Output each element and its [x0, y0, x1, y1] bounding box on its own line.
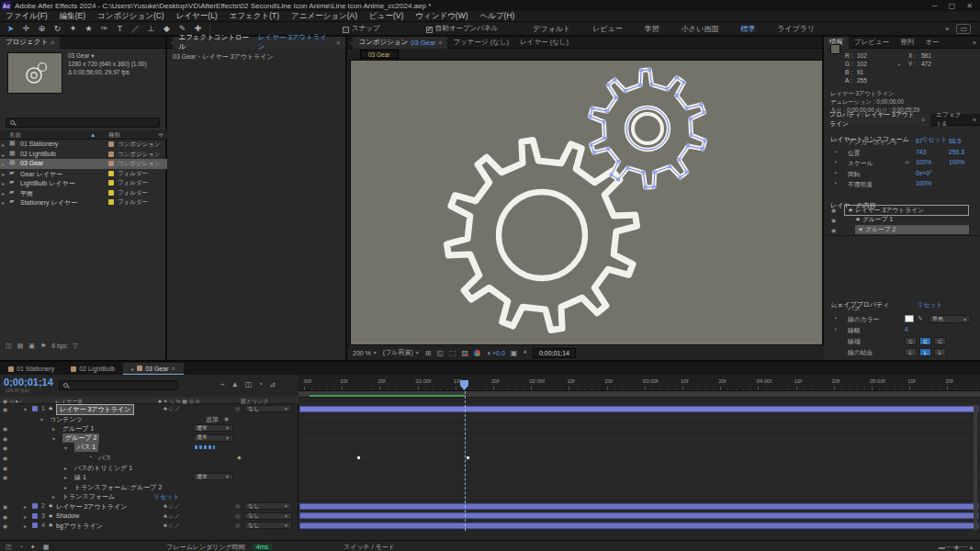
eye-icon[interactable]: ◉	[3, 406, 7, 412]
pan-behind-tool-icon[interactable]: ✦	[65, 22, 81, 35]
stopwatch-icon[interactable]: ◔	[833, 138, 837, 144]
track-row[interactable]	[299, 433, 980, 444]
path-vertex-handle[interactable]	[589, 115, 591, 118]
mask-visibility-icon[interactable]: ◱	[436, 349, 444, 357]
timeline-vertical-scrollbar[interactable]	[974, 404, 977, 531]
twirl-icon[interactable]: ▸	[52, 493, 55, 500]
eye-icon[interactable]: ◉	[3, 425, 7, 432]
timeline-row-Shadow[interactable]: ◉▸3★Shadow♣ ◇ ／◎なし▼	[0, 512, 299, 522]
playhead-line[interactable]	[465, 391, 466, 531]
interpret-footage-icon[interactable]: ◫	[6, 343, 12, 350]
minimize-button[interactable]: ─	[932, 2, 938, 10]
parent-dropdown[interactable]: なし▼	[244, 502, 292, 510]
layer-color-swatch[interactable]	[32, 523, 38, 528]
parent-pickwhip-icon[interactable]: ◎	[235, 502, 240, 509]
shy-toggle-icon[interactable]: ◫	[6, 544, 12, 551]
track-row[interactable]	[299, 521, 980, 531]
menu-item-3[interactable]: レイヤー(L)	[176, 11, 218, 22]
panel-menu-icon[interactable]: ≡	[336, 39, 340, 46]
property-group-name[interactable]: トランスフォーム: グループ 2	[74, 483, 162, 492]
property-name[interactable]: パス	[98, 454, 111, 463]
path-vertex-handle[interactable]	[687, 145, 690, 148]
frame-blend-icon[interactable]: ◫	[245, 380, 253, 388]
eye-icon[interactable]: ◉	[3, 513, 7, 520]
footage-tab[interactable]: フッテージ (なし)	[447, 37, 514, 49]
cap-butt-button[interactable]: C	[905, 337, 917, 345]
label-color-swatch[interactable]	[108, 141, 114, 147]
stopwatch-icon[interactable]: ◔	[833, 315, 837, 321]
menu-item-6[interactable]: ビュー(V)	[369, 11, 403, 22]
track-row[interactable]	[299, 414, 980, 424]
region-of-interest-icon[interactable]: ⬚	[449, 349, 456, 357]
eye-icon[interactable]: ◉	[831, 227, 836, 233]
label-color-swatch[interactable]	[108, 152, 114, 157]
frame-blend-toggle-icon[interactable]: ◔	[19, 544, 23, 550]
transform-row[interactable]: ◔不透明度100%	[824, 180, 980, 190]
properties-tab[interactable]: プロパティ: レイヤー 3アウトライン≡	[824, 114, 930, 126]
timeline-row-トランスフォーム[interactable]: ▸トランスフォームリセット	[0, 491, 299, 501]
path-vertex-handle[interactable]	[666, 88, 669, 91]
label-color-swatch[interactable]	[108, 190, 114, 196]
parent-dropdown[interactable]: なし▼	[244, 522, 292, 529]
project-item-row[interactable]: ▸▰LightBulb レイヤーフォルダー	[0, 178, 167, 188]
project-item-row[interactable]: ▸▦02 LightBulbコンポジション	[0, 150, 167, 160]
layer-duration-bar[interactable]	[299, 512, 978, 519]
path-vertex-handle[interactable]	[614, 96, 617, 99]
transform-row[interactable]: ◔回転0x+0°	[824, 170, 980, 180]
track-row[interactable]	[299, 404, 980, 414]
track-row[interactable]	[299, 512, 980, 522]
path-vertex-handle[interactable]	[669, 165, 671, 168]
workspace-tab-レビュー[interactable]: レビュー	[581, 22, 634, 36]
reset-button[interactable]: リセット	[153, 492, 180, 501]
property-group-name[interactable]: 線 1	[74, 473, 86, 482]
timeline-row-コンテンツ[interactable]: ▾コンテンツ追加◉	[0, 414, 299, 424]
project-item-name[interactable]: 03 Gear ▾	[68, 51, 147, 60]
twirl-icon[interactable]: ▸	[2, 141, 5, 148]
join-bevel-button[interactable]: L	[934, 348, 946, 356]
eye-icon[interactable]: ◉	[831, 217, 836, 223]
workspace-tab-学習[interactable]: 学習	[634, 22, 670, 36]
twirl-icon[interactable]: ▾	[52, 435, 55, 442]
eye-icon[interactable]: ◉	[3, 523, 7, 529]
stopwatch-icon[interactable]: ◔	[833, 149, 837, 155]
delete-icon[interactable]: ▽	[73, 343, 77, 350]
parent-pickwhip-icon[interactable]: ◎	[235, 522, 240, 528]
twirl-icon[interactable]: ▾	[40, 416, 43, 422]
path-vertex-handle[interactable]	[702, 148, 704, 151]
panel-menu-icon[interactable]: ≡	[51, 39, 54, 46]
grid-options-icon[interactable]: ⊞	[425, 349, 432, 357]
composition-tab[interactable]: コンポジション03 Gear ≡	[353, 37, 447, 49]
path-vertex-handle[interactable]	[675, 76, 678, 79]
twirl-icon[interactable]: ▸	[2, 180, 5, 186]
layer-duration-bar[interactable]	[299, 503, 978, 510]
value-field[interactable]: 100%	[916, 180, 931, 186]
eyedropper-icon[interactable]: ✎	[918, 315, 923, 322]
property-group-name[interactable]: パス 1	[74, 443, 98, 452]
effects-presets-tab[interactable]: エフェクト&	[930, 114, 973, 126]
timeline-row-レイヤー 3アウトライン[interactable]: ◉▾1★レイヤー 3アウトライン♣ ◇ ／◎なし▼	[0, 404, 299, 414]
stopwatch-icon[interactable]: ◔	[833, 159, 837, 165]
contents-row[interactable]: ◉★ レイヤー 3アウトライン	[824, 205, 980, 215]
layer-tab[interactable]: レイヤー (なし)	[514, 37, 574, 49]
path-vertex-handle[interactable]	[703, 111, 705, 114]
path-vertex-handle[interactable]	[650, 84, 653, 86]
stopwatch-icon[interactable]: ◔	[88, 454, 92, 460]
timeline-row-グループ 1[interactable]: ◉▸グループ 1通常▼	[0, 423, 299, 433]
timeline-zoom-slider[interactable]: ▬──◆──▲	[939, 544, 974, 551]
menu-item-8[interactable]: ヘルプ(H)	[480, 11, 515, 22]
twirl-icon[interactable]: ▸	[2, 152, 5, 158]
show-snapshot-icon[interactable]: ⌖	[523, 348, 527, 357]
project-item-row[interactable]: ▸▰平面フォルダー	[0, 188, 167, 198]
layer-duration-bar[interactable]	[299, 406, 978, 412]
snap-toggle[interactable]: スナップ	[343, 24, 380, 33]
layer-name[interactable]: Shadow	[56, 512, 79, 519]
workspace-tab-ライブラリ[interactable]: ライブラリ	[766, 22, 826, 36]
timeline-comp-tab[interactable]: 02 LightBulb	[62, 363, 123, 375]
twirl-icon[interactable]: ▸	[2, 171, 5, 177]
playhead-marker[interactable]	[460, 380, 468, 390]
path-vertex-handle[interactable]	[686, 171, 689, 174]
shape-tool-icon[interactable]: ★	[81, 22, 96, 35]
motion-blur-icon[interactable]: ◔	[258, 380, 263, 388]
label-color-swatch[interactable]	[108, 199, 114, 205]
timeline-row-レイヤー 2アウトライン[interactable]: ◉▸2★レイヤー 2アウトライン♣ ◇ ／◎なし▼	[0, 501, 299, 512]
